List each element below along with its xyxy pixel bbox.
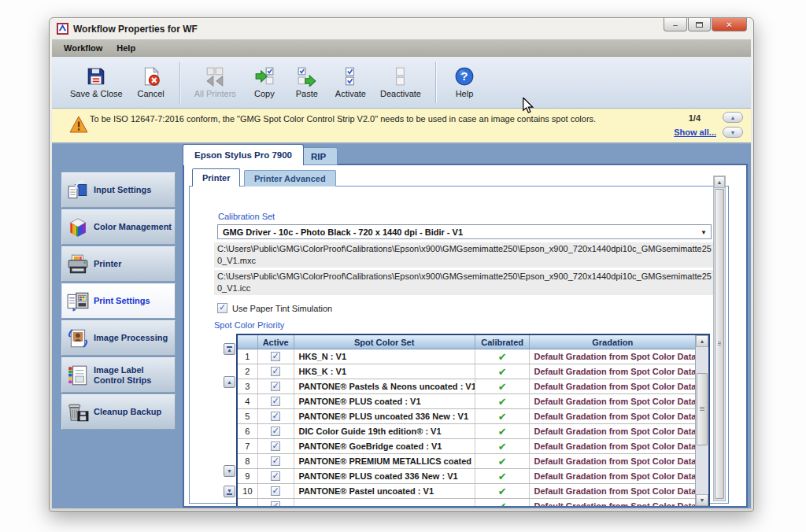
active-checkbox[interactable]	[271, 501, 280, 506]
active-checkbox[interactable]	[271, 486, 280, 496]
sidebar-item-cleanup-backup[interactable]: Cleanup Backup	[61, 394, 176, 430]
help-button[interactable]: ? Help	[443, 60, 486, 105]
calibration-set-dropdown[interactable]: GMG Driver - 10c - Photo Black - 720 x 1…	[217, 224, 712, 239]
window-title: Workflow Properties for WF	[73, 24, 198, 35]
active-checkbox[interactable]	[271, 471, 280, 481]
gradation-value: Default Gradation from Spot Color Databa…	[530, 484, 695, 498]
calibrated-check-icon	[498, 471, 507, 482]
active-checkbox[interactable]	[271, 441, 280, 451]
notification-previous-button[interactable]: ▲	[723, 112, 743, 123]
tab-rip[interactable]: RIP	[299, 147, 338, 165]
spot-color-set-name: PANTONE® GoeBridge coated : V1	[294, 439, 475, 453]
cancel-button[interactable]: Cancel	[130, 60, 172, 105]
move-down-button[interactable]: ▼	[224, 465, 235, 477]
toolbar-button-label: Cancel	[138, 89, 165, 98]
minimize-button[interactable]: –	[664, 18, 687, 31]
scroll-up-icon[interactable]: ▲	[696, 335, 708, 347]
toolbar-button-label: Help	[456, 89, 474, 98]
warning-icon	[69, 116, 88, 133]
row-number: 9	[238, 469, 258, 483]
sidebar-item-image-processing[interactable]: Image Processing	[61, 320, 176, 356]
active-checkbox[interactable]	[271, 412, 280, 421]
calibrated-check-icon	[498, 351, 507, 363]
copy-button[interactable]: Copy	[243, 60, 286, 105]
row-number: 2	[238, 364, 258, 379]
menu-workflow[interactable]: Workflow	[57, 41, 109, 55]
gradation-value: Default Gradation from Spot Color Databa…	[530, 409, 695, 423]
tab-epson-stylus-pro-7900[interactable]: Epson Stylus Pro 7900	[183, 144, 304, 165]
table-row[interactable]: 9 PANTONE® PLUS coated 336 New : V1 Defa…	[238, 469, 695, 484]
active-checkbox[interactable]	[271, 397, 280, 406]
show-all-link[interactable]: Show all...	[674, 127, 716, 137]
gradation-value: Default Gradation from Spot Color Databa…	[530, 469, 695, 483]
sidebar-item-printer[interactable]: Printer	[61, 246, 176, 282]
table-row[interactable]: 5 PANTONE® PLUS uncoated 336 New : V1 De…	[238, 409, 695, 424]
sidebar-item-label: Printer	[94, 259, 175, 269]
scroll-down-icon[interactable]: ▼	[696, 494, 708, 506]
sidebar-item-input-settings[interactable]: Input Settings	[61, 172, 176, 208]
toolbar-button-label: Copy	[254, 89, 275, 98]
table-scrollbar[interactable]: ▲ ▼	[695, 335, 708, 506]
page-scrollbar[interactable]: ▲	[713, 175, 726, 501]
gradation-value: Default Gradation from Spot Color Databa…	[530, 364, 695, 379]
active-checkbox[interactable]	[271, 367, 280, 376]
move-to-top-button[interactable]: ▲	[224, 343, 235, 355]
mouse-cursor	[523, 98, 534, 116]
calibrated-check-icon	[498, 501, 507, 507]
save-and-close-button[interactable]: Save & Close	[63, 60, 130, 105]
sidebar-item-color-management[interactable]: Color Management	[61, 209, 176, 245]
subtab-printer-advanced[interactable]: Printer Advanced	[244, 170, 336, 187]
move-up-button[interactable]: ▲	[224, 376, 235, 388]
close-button[interactable]: ✕	[712, 18, 747, 31]
sidebar-item-label: Image Label Control Strips	[94, 365, 175, 386]
sidebar-item-print-settings[interactable]: Print Settings	[61, 283, 176, 319]
maximize-button[interactable]	[688, 18, 711, 31]
spot-color-set-name: PANTONE® Pastels & Neons uncoated : V1	[294, 379, 475, 393]
row-number: 7	[238, 439, 258, 453]
copy-icon	[254, 66, 275, 87]
active-column-header: Active	[258, 335, 294, 349]
calibrated-check-icon	[498, 441, 507, 453]
spot-color-priority-table: Active Spot Color Set Calibrated Gradati…	[236, 334, 710, 506]
paper-tint-checkbox[interactable]	[217, 303, 227, 313]
table-scrollbar-thumb[interactable]	[697, 373, 708, 445]
active-checkbox[interactable]	[271, 382, 280, 391]
deactivate-button[interactable]: Deactivate	[373, 60, 428, 105]
spot-color-set-name: HKS_K : V1	[294, 364, 475, 379]
scroll-up-icon[interactable]: ▲	[714, 176, 725, 188]
calibration-set-label: Calibration Set	[218, 212, 275, 221]
paper-tint-row: Use Paper Tint Simulation	[217, 303, 332, 313]
table-row[interactable]: 2 HKS_K : V1 Default Gradation from Spot…	[238, 364, 695, 379]
table-row[interactable]: 7 PANTONE® GoeBridge coated : V1 Default…	[238, 439, 695, 454]
calibration-set-value: GMG Driver - 10c - Photo Black - 720 x 1…	[223, 227, 463, 237]
table-row[interactable]: 6 DIC Color Guide 19th edition® : V1 Def…	[238, 424, 695, 439]
main-area: Input Settings Color Management Printer	[52, 144, 751, 508]
toolbar: Save & Close Cancel All Printers Copy	[52, 57, 751, 109]
notification-next-button[interactable]: ▼	[723, 127, 743, 138]
paste-button[interactable]: Paste	[286, 60, 328, 105]
active-checkbox[interactable]	[271, 456, 280, 466]
sidebar-navigation: Input Settings Color Management Printer	[61, 172, 176, 431]
subtab-printer[interactable]: Printer	[192, 168, 240, 187]
spot-color-set-column-header: Spot Color Set	[294, 335, 475, 349]
title-bar[interactable]: Workflow Properties for WF – ✕	[50, 18, 753, 39]
menu-help[interactable]: Help	[109, 41, 142, 55]
table-row[interactable]: Default Gradation from Spot Color Databa…	[238, 499, 695, 506]
toolbar-button-label: Deactivate	[380, 89, 421, 98]
help-icon: ?	[454, 66, 475, 87]
activate-button[interactable]: Activate	[328, 60, 373, 105]
active-checkbox[interactable]	[271, 352, 280, 361]
table-row[interactable]: 8 PANTONE® PREMIUM METALLICS coated :...…	[238, 454, 695, 469]
input-settings-icon	[62, 179, 94, 202]
calibrated-column-header: Calibrated	[475, 335, 531, 349]
spot-color-set-name: PANTONE® PREMIUM METALLICS coated :...	[294, 454, 475, 468]
calibration-mxc-path: C:\Users\Public\GMG\ColorProof\Calibrati…	[214, 242, 719, 268]
active-checkbox[interactable]	[271, 427, 280, 436]
move-to-bottom-button[interactable]: ▼	[224, 486, 235, 497]
sidebar-item-image-label-control-strips[interactable]: Image Label Control Strips	[61, 357, 176, 393]
table-row[interactable]: 3 PANTONE® Pastels & Neons uncoated : V1…	[238, 379, 695, 394]
table-row[interactable]: 10 PANTONE® Pastel uncoated : V1 Default…	[238, 484, 695, 499]
table-row[interactable]: 1 HKS_N : V1 Default Gradation from Spot…	[238, 349, 695, 364]
table-row[interactable]: 4 PANTONE® PLUS coated : V1 Default Grad…	[238, 394, 695, 409]
page-scrollbar-thumb[interactable]	[715, 189, 724, 499]
